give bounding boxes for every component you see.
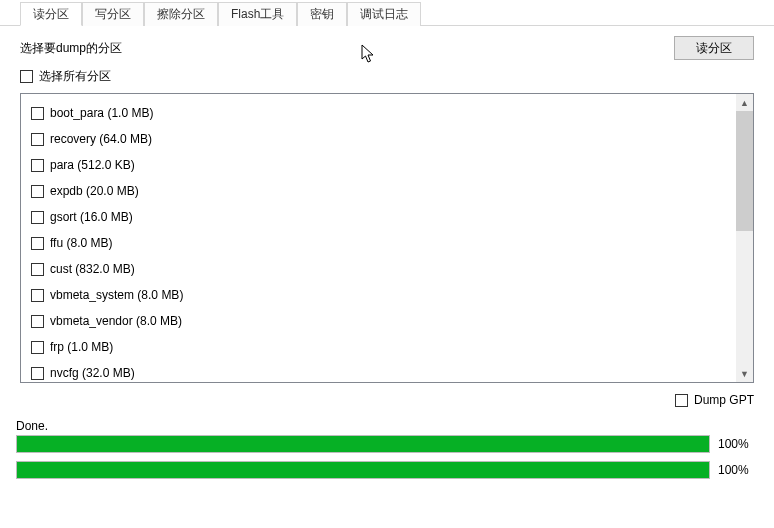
partition-checkbox[interactable] — [31, 289, 44, 302]
partition-label: vbmeta_vendor (8.0 MB) — [50, 314, 182, 328]
scroll-up-button[interactable]: ▲ — [736, 94, 753, 111]
partition-label: expdb (20.0 MB) — [50, 184, 139, 198]
partition-checkbox[interactable] — [31, 263, 44, 276]
select-all-checkbox[interactable] — [20, 70, 33, 83]
partition-checkbox[interactable] — [31, 185, 44, 198]
partition-list: boot_para (1.0 MB)recovery (64.0 MB)para… — [20, 93, 754, 383]
partition-row: frp (1.0 MB) — [31, 334, 736, 360]
partition-checkbox[interactable] — [31, 107, 44, 120]
partition-row: para (512.0 KB) — [31, 152, 736, 178]
tab-strip: 读分区写分区擦除分区Flash工具密钥调试日志 — [0, 0, 774, 26]
partition-label: nvcfg (32.0 MB) — [50, 366, 135, 380]
partition-label: frp (1.0 MB) — [50, 340, 113, 354]
tab-2[interactable]: 擦除分区 — [144, 2, 218, 26]
progress-row: 100% — [16, 435, 758, 453]
partition-checkbox[interactable] — [31, 341, 44, 354]
status-text: Done. — [16, 419, 758, 433]
progress-percent: 100% — [718, 463, 758, 477]
partition-checkbox[interactable] — [31, 211, 44, 224]
partition-row: gsort (16.0 MB) — [31, 204, 736, 230]
tab-0[interactable]: 读分区 — [20, 2, 82, 26]
partition-row: ffu (8.0 MB) — [31, 230, 736, 256]
progress-row: 100% — [16, 461, 758, 479]
dump-gpt-checkbox[interactable] — [675, 394, 688, 407]
partition-row: boot_para (1.0 MB) — [31, 100, 736, 126]
select-all-label: 选择所有分区 — [39, 68, 111, 85]
partition-label: boot_para (1.0 MB) — [50, 106, 153, 120]
partition-row: recovery (64.0 MB) — [31, 126, 736, 152]
partition-row: vbmeta_vendor (8.0 MB) — [31, 308, 736, 334]
progress-percent: 100% — [718, 437, 758, 451]
chevron-down-icon: ▼ — [740, 369, 749, 379]
dump-prompt-label: 选择要dump的分区 — [20, 40, 122, 57]
tab-1[interactable]: 写分区 — [82, 2, 144, 26]
partition-row: vbmeta_system (8.0 MB) — [31, 282, 736, 308]
partition-label: ffu (8.0 MB) — [50, 236, 112, 250]
partition-label: gsort (16.0 MB) — [50, 210, 133, 224]
scroll-down-button[interactable]: ▼ — [736, 365, 753, 382]
partition-checkbox[interactable] — [31, 367, 44, 380]
partition-label: para (512.0 KB) — [50, 158, 135, 172]
chevron-up-icon: ▲ — [740, 98, 749, 108]
progress-bar — [16, 461, 710, 479]
progress-bar — [16, 435, 710, 453]
tab-5[interactable]: 调试日志 — [347, 2, 421, 26]
partition-label: recovery (64.0 MB) — [50, 132, 152, 146]
read-partition-button[interactable]: 读分区 — [674, 36, 754, 60]
scrollbar[interactable]: ▲ ▼ — [736, 94, 753, 382]
partition-row: cust (832.0 MB) — [31, 256, 736, 282]
partition-checkbox[interactable] — [31, 237, 44, 250]
tab-3[interactable]: Flash工具 — [218, 2, 297, 26]
partition-label: cust (832.0 MB) — [50, 262, 135, 276]
partition-checkbox[interactable] — [31, 159, 44, 172]
scroll-thumb[interactable] — [736, 111, 753, 231]
partition-row: expdb (20.0 MB) — [31, 178, 736, 204]
tab-4[interactable]: 密钥 — [297, 2, 347, 26]
partition-label: vbmeta_system (8.0 MB) — [50, 288, 183, 302]
progress-fill — [17, 436, 709, 452]
partition-checkbox[interactable] — [31, 315, 44, 328]
progress-fill — [17, 462, 709, 478]
dump-gpt-label: Dump GPT — [694, 393, 754, 407]
partition-row: nvcfg (32.0 MB) — [31, 360, 736, 382]
partition-checkbox[interactable] — [31, 133, 44, 146]
